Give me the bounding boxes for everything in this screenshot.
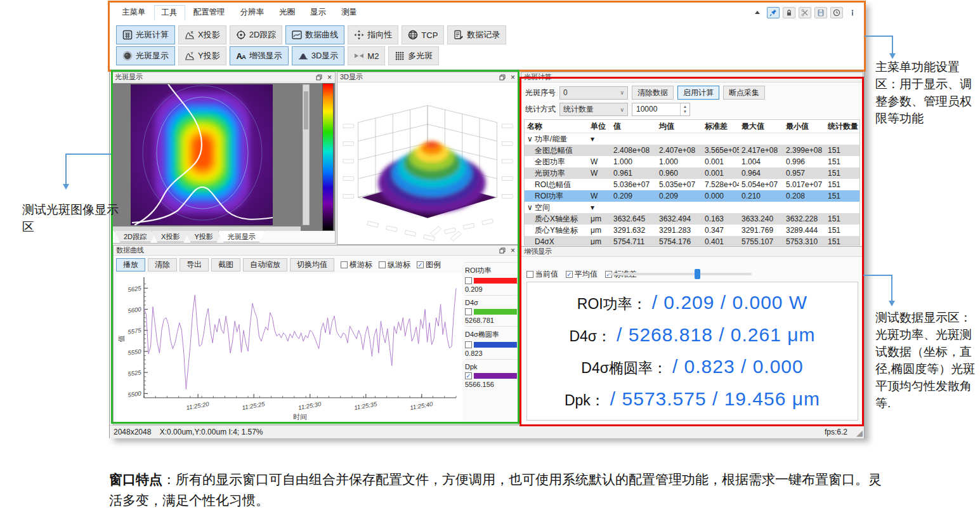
calc-button-清除数据[interactable]: 清除数据 [632, 86, 674, 100]
resize-grip[interactable]: ◢ [856, 429, 863, 437]
collapse-ribbon-icon[interactable] [751, 7, 764, 18]
toolbar-button-label: 光斑计算 [136, 29, 169, 41]
scissors-icon[interactable] [799, 7, 811, 18]
close-panel-icon[interactable]: × [509, 73, 517, 81]
stat-mode-select[interactable]: 统计数量 ∨ [559, 103, 628, 116]
checkbox-横游标[interactable] [341, 261, 348, 268]
table-cell: 光斑功率 [525, 167, 588, 179]
table-row[interactable]: D4σXμm5754.7115754.1760.4015755.1075753.… [525, 236, 859, 245]
lock-icon[interactable] [783, 7, 795, 18]
calc-table-body: ∨ 功率/能量▾全图总幅值2.408e+082.407e+083.565e+05… [525, 133, 859, 245]
toolbar-button-globe[interactable]: TCP [402, 25, 444, 44]
table-cell: 3291.283 [657, 225, 702, 236]
tab-1[interactable]: X投影 [152, 231, 189, 242]
legend-entry-D4σ椭圆率: D4σ椭圆率0.823 [465, 326, 517, 359]
float-panel-icon[interactable] [315, 73, 323, 81]
font-size-slider[interactable] [608, 273, 752, 275]
checkbox-纵游标[interactable] [379, 261, 386, 268]
toolbar-button-m2[interactable]: M2 [348, 46, 385, 65]
tab-3[interactable]: 光斑显示 [218, 231, 265, 242]
legend-checkbox-ROI功率[interactable] [465, 277, 472, 284]
legend-checkbox-Dpk[interactable]: ✓ [465, 372, 472, 379]
checkbox-平均值[interactable]: ✓ [566, 271, 573, 278]
toolbar-button-x-projection[interactable]: XX投影 [178, 25, 226, 44]
checkbox-图例[interactable]: ✓ [417, 261, 424, 268]
checkbox-当前值[interactable] [526, 271, 533, 278]
beam-calc-panel-title: 光斑计算 [521, 72, 863, 82]
spin-arrows-icon[interactable]: ▲▼ [680, 103, 689, 115]
toolbar-button-surface-3d[interactable]: 3D显示 [292, 46, 345, 65]
close-panel-icon[interactable]: × [325, 73, 334, 81]
table-row[interactable]: 光斑功率W0.9610.9600.0010.9640.957151 [525, 167, 859, 179]
menu-item-3[interactable]: 分辨率 [233, 5, 271, 21]
table-cell [588, 145, 611, 156]
stat-count-spinbox[interactable]: 10000 ▲▼ [632, 103, 690, 116]
history-icon[interactable] [830, 7, 843, 18]
table-cell: 0.001 [702, 156, 739, 167]
table-row[interactable]: 全图功率W1.0001.0000.0011.0040.996151 [525, 156, 859, 167]
menu-item-2[interactable]: 配置管理 [186, 5, 232, 21]
pin-icon[interactable] [767, 7, 780, 18]
table-group-row[interactable]: ∨ 功率/能量▾ [525, 133, 859, 145]
table-group-filter-icon[interactable]: ▾ [588, 133, 611, 145]
beam-seq-label: 光斑序号 [525, 88, 556, 98]
legend-checkbox-D4σ[interactable] [465, 308, 472, 315]
data-curve-panel-title: 数据曲线 × [114, 245, 518, 256]
menu-item-5[interactable]: 显示 [303, 5, 333, 21]
float-panel-icon[interactable] [498, 73, 506, 81]
toolbar-button-beam-circle[interactable]: 光斑显示 [116, 46, 175, 65]
beam-display-area[interactable] [113, 83, 336, 231]
menu-item-4[interactable]: 光圈 [272, 5, 302, 21]
beam-image[interactable] [131, 84, 273, 225]
toolbar-button-curve-chart[interactable]: 数据曲线 [285, 25, 344, 44]
table-row[interactable]: 质心Y轴坐标μm3291.6323291.2830.3473291.769328… [525, 225, 859, 236]
app-window: 主菜单工具配置管理分辨率光圈显示测量 光斑计算XX投影2D跟踪数据曲线指向性TC… [109, 1, 865, 438]
table-group-filter-icon[interactable]: ▾ [588, 202, 611, 213]
menu-item-1[interactable]: 工具 [154, 5, 185, 21]
curve-button-自动缩放[interactable]: 自动缩放 [243, 258, 287, 272]
table-cell: ROI功率 [525, 190, 588, 202]
menu-item-0[interactable]: 主菜单 [115, 5, 153, 21]
svg-text:值: 值 [117, 336, 125, 343]
legend-checkbox-D4σ椭圆率[interactable] [465, 341, 472, 348]
beam-panel-title: 光斑显示 × [112, 72, 335, 82]
float-panel-icon[interactable] [498, 246, 506, 254]
save-icon[interactable] [814, 7, 827, 18]
horizontal-scrollbar[interactable] [113, 226, 301, 231]
menu-item-6[interactable]: 测量 [334, 5, 364, 21]
curve-button-播放[interactable]: 播放 [116, 258, 145, 272]
table-row[interactable]: 全图总幅值2.408e+082.407e+083.565e+052.417e+0… [525, 145, 859, 156]
table-cell: 5754.176 [657, 236, 702, 245]
close-panel-icon[interactable]: × [509, 246, 517, 254]
calc-button-断点采集[interactable]: 断点采集 [723, 86, 765, 100]
table-group-row[interactable]: ∨ 空间▾ [525, 202, 859, 213]
toolbar-button-y-projection[interactable]: YY投影 [178, 46, 226, 65]
slider-handle[interactable] [695, 269, 700, 279]
table-row[interactable]: 质心X轴坐标μm3632.6453632.4940.1633633.240363… [525, 213, 859, 225]
status-fps: fps:6.2 [825, 428, 847, 436]
info-icon[interactable] [846, 7, 859, 18]
curve-button-截图[interactable]: 截图 [211, 258, 240, 272]
toolbar-button-multi-beam[interactable]: 多光斑 [388, 46, 439, 65]
toolbar-button-target[interactable]: 2D跟踪 [230, 25, 283, 44]
curve-button-导出[interactable]: 导出 [180, 258, 209, 272]
tab-2[interactable]: Y投影 [185, 231, 222, 242]
svg-text:11:25:40: 11:25:40 [409, 400, 433, 411]
table-row[interactable]: ROI总幅值5.036e+075.035e+077.528e+045.054e+… [525, 179, 859, 190]
toolbar-button-enhance-aa[interactable]: AA增强显示 [230, 46, 289, 65]
curve-chart-svg[interactable]: 55005525555055755600562511:25:2011:25:25… [115, 273, 462, 424]
toolbar-button-calculator[interactable]: 光斑计算 [116, 25, 175, 44]
calc-button-启用计算[interactable]: 启用计算 [677, 86, 719, 100]
enhance-aa-icon: AA [236, 51, 246, 61]
y-projection-icon: Y [185, 51, 195, 61]
toolbar-button-data-log[interactable]: 数据记录 [447, 25, 506, 44]
table-row[interactable]: ROI功率W0.2090.2090.0000.2100.208151 [525, 190, 859, 202]
vertical-scrollbar[interactable] [303, 84, 310, 225]
beam-seq-select[interactable]: 0 ∨ [559, 86, 628, 100]
page: 主菜单工具配置管理分辨率光圈显示测量 光斑计算XX投影2D跟踪数据曲线指向性TC… [0, 0, 980, 517]
surface-3d-plot[interactable] [338, 83, 518, 244]
curve-button-清除[interactable]: 清除 [148, 258, 177, 272]
toolbar-button-directional-arrows[interactable]: 指向性 [348, 25, 398, 44]
table-cell: 3289.444 [783, 225, 825, 236]
curve-button-切换均值[interactable]: 切换均值 [290, 258, 334, 272]
